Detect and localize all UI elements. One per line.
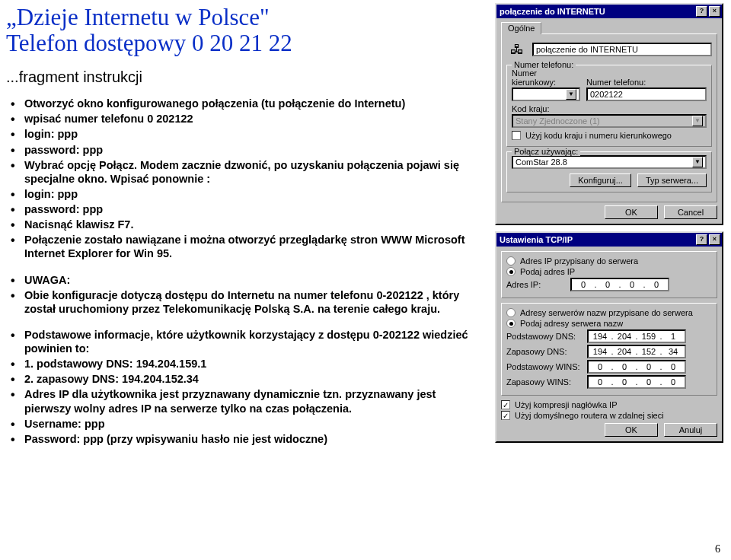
list-item: password: ppp bbox=[24, 202, 476, 216]
primary-wins-field[interactable]: 0. 0. 0. 0 bbox=[587, 360, 686, 374]
list-item: 1. podstawowy DNS: 194.204.159.1 bbox=[24, 357, 476, 371]
chevron-down-icon[interactable]: ▼ bbox=[692, 157, 703, 167]
header-compression-label: Użyj kompresji nagłówka IP bbox=[515, 400, 618, 409]
connect-group-legend: Połącz używając: bbox=[512, 147, 580, 156]
list-item: Nacisnąć klawisz F7. bbox=[24, 218, 476, 231]
ip-auto-label: Adres IP przypisany do serwera bbox=[520, 256, 638, 266]
server-type-button[interactable]: Typ serwera... bbox=[637, 173, 707, 187]
connect-group: Połącz używając: ComStar 28.8 ▼ Konfigur… bbox=[506, 151, 712, 192]
titlebar-text: połączenie do INTERNETU bbox=[500, 7, 605, 16]
dns-auto-label: Adresy serwerów nazw przypisane do serwe… bbox=[520, 308, 693, 317]
list-item: UWAGA: bbox=[24, 273, 476, 287]
country-label: Kod kraju: bbox=[512, 104, 707, 113]
country-combo: Stany Zjednoczone (1) ▼ bbox=[512, 114, 707, 128]
list-item: Adres IP dla użytkownika jest przyznawan… bbox=[24, 387, 476, 415]
ip-auto-radio[interactable] bbox=[506, 256, 516, 266]
list-item: password: ppp bbox=[24, 143, 476, 157]
screenshots-column: połączenie do INTERNETU ? × Ogólne 🖧 poł… bbox=[495, 3, 723, 449]
secondary-wins-label: Zapasowy WINS: bbox=[506, 377, 583, 387]
area-code-label: Numer kierunkowy: bbox=[512, 68, 580, 87]
dns-auto-radio[interactable] bbox=[506, 308, 516, 317]
dns-manual-label: Podaj adresy serwera nazw bbox=[520, 319, 623, 328]
list-item: Wybrać opcję Połącz. Modem zacznie dzwon… bbox=[24, 158, 476, 186]
help-icon[interactable]: ? bbox=[696, 234, 707, 245]
list-item: Podstawowe informacje, które użytkownik … bbox=[24, 328, 476, 355]
use-area-checkbox[interactable] bbox=[512, 131, 521, 140]
primary-dns-label: Podstawowy DNS: bbox=[506, 332, 583, 341]
header-compression-checkbox[interactable]: ✓ bbox=[501, 400, 510, 409]
list-item: Połączenie zostało nawiązane i można otw… bbox=[24, 233, 476, 260]
dialog-connection: połączenie do INTERNETU ? × Ogólne 🖧 poł… bbox=[495, 3, 723, 225]
page-title: „Dzieje Internetu w Polsce" Telefon dost… bbox=[6, 5, 476, 56]
dns-manual-radio[interactable] bbox=[506, 319, 516, 328]
tab-general[interactable]: Ogólne bbox=[501, 22, 541, 34]
cancel-button[interactable]: Cancel bbox=[664, 205, 717, 219]
area-code-field[interactable]: ▼ bbox=[512, 88, 580, 101]
primary-dns-field[interactable]: 194. 204. 159. 1 bbox=[587, 329, 686, 343]
connection-icon: 🖧 bbox=[506, 39, 528, 60]
phone-group-legend: Numer telefonu: bbox=[512, 60, 576, 69]
help-icon[interactable]: ? bbox=[696, 6, 707, 17]
ip-manual-label: Podaj adres IP bbox=[520, 267, 575, 276]
list-item: Password: ppp (przy wpisywaniu hasło nie… bbox=[24, 432, 476, 446]
default-gateway-label: Użyj domyślnego routera w zdalnej sieci bbox=[515, 411, 664, 420]
close-icon[interactable]: × bbox=[709, 6, 720, 17]
slide-left: „Dzieje Internetu w Polsce" Telefon dost… bbox=[0, 0, 484, 447]
list-item: Obie konfiguracje dotyczą dostępu do Int… bbox=[24, 288, 476, 316]
title-line1: „Dzieje Internetu w Polsce" bbox=[6, 4, 270, 30]
secondary-dns-label: Zapasowy DNS: bbox=[506, 347, 583, 356]
titlebar[interactable]: Ustawienia TCP/IP ? × bbox=[496, 233, 722, 247]
cancel-button[interactable]: Anuluj bbox=[664, 423, 717, 437]
list-item: 2. zapasowy DNS: 194.204.152.34 bbox=[24, 372, 476, 386]
secondary-dns-field[interactable]: 194. 204. 152. 34 bbox=[587, 345, 686, 358]
titlebar-text: Ustawienia TCP/IP bbox=[500, 235, 573, 244]
primary-wins-label: Podstawowy WINS: bbox=[506, 362, 583, 371]
list-item: Username: ppp bbox=[24, 417, 476, 431]
bullet-list: Otworzyć okno konfigurowanego połączenia… bbox=[6, 97, 476, 446]
list-item: login: ppp bbox=[24, 187, 476, 201]
ip-address-label: Adres IP: bbox=[506, 280, 566, 289]
modem-combo[interactable]: ComStar 28.8 ▼ bbox=[512, 155, 707, 169]
phone-group: Numer telefonu: Numer kierunkowy: ▼ Nume… bbox=[506, 65, 712, 147]
list-item: wpisać numer telefonu 0 202122 bbox=[24, 112, 476, 126]
ok-button[interactable]: OK bbox=[605, 205, 658, 219]
use-area-label: Użyj kodu kraju i numeru kierunkowego bbox=[525, 131, 672, 140]
titlebar[interactable]: połączenie do INTERNETU ? × bbox=[496, 5, 722, 18]
ok-button[interactable]: OK bbox=[605, 423, 658, 437]
close-icon[interactable]: × bbox=[709, 234, 720, 245]
chevron-down-icon: ▼ bbox=[692, 116, 703, 126]
default-gateway-checkbox[interactable]: ✓ bbox=[501, 411, 510, 420]
phone-number-field[interactable]: 0202122 bbox=[586, 88, 707, 101]
title-line2: Telefon dostępowy 0 20 21 22 bbox=[6, 30, 292, 56]
dialog-tcpip: Ustawienia TCP/IP ? × Adres IP przypisan… bbox=[495, 231, 723, 443]
configure-button[interactable]: Konfiguruj... bbox=[570, 173, 631, 187]
page-number: 6 bbox=[715, 543, 720, 555]
subtitle: ...fragment instrukcji bbox=[6, 68, 476, 86]
secondary-wins-field[interactable]: 0. 0. 0. 0 bbox=[587, 375, 686, 389]
chevron-down-icon[interactable]: ▼ bbox=[566, 89, 576, 100]
ip-manual-radio[interactable] bbox=[506, 267, 516, 276]
list-item: login: ppp bbox=[24, 127, 476, 141]
phone-number-label: Numer telefonu: bbox=[586, 78, 707, 87]
connection-name-field[interactable]: połączenie do INTERNETU bbox=[532, 43, 712, 56]
list-item: Otworzyć okno konfigurowanego połączenia… bbox=[24, 97, 476, 110]
ip-address-field[interactable]: 0. 0. 0. 0 bbox=[570, 278, 669, 291]
